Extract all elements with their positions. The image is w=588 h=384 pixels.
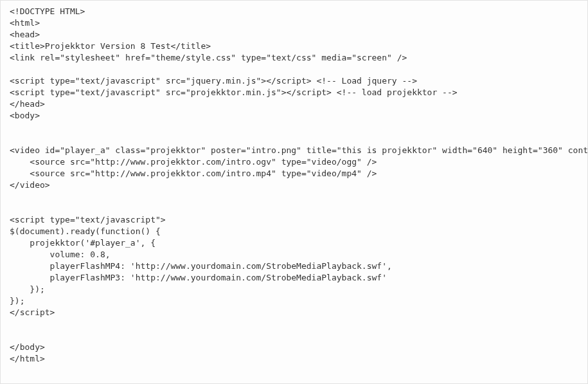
code-line xyxy=(10,330,578,342)
code-line: <title>Projekktor Version 8 Test</title> xyxy=(10,41,578,52)
code-line xyxy=(10,191,578,203)
code-line: <head> xyxy=(10,29,578,41)
code-line: playerFlashMP4: 'http://www.yourdomain.c… xyxy=(10,261,578,272)
code-line: projekktor('#player_a', { xyxy=(10,237,578,249)
code-line: <video id="player_a" class="projekktor" … xyxy=(10,145,578,156)
code-line: <source src="http://www.projekktor.com/i… xyxy=(10,156,578,168)
code-line: <source src="http://www.projekktor.com/i… xyxy=(10,168,578,179)
code-line: <link rel="stylesheet" href="theme/style… xyxy=(10,52,578,64)
code-line: <body> xyxy=(10,110,578,122)
code-line: <script type="text/javascript" src="proj… xyxy=(10,87,578,98)
code-line: </html> xyxy=(10,353,578,365)
code-line: <html> xyxy=(10,17,578,29)
code-line xyxy=(10,203,578,214)
code-line: volume: 0.8, xyxy=(10,249,578,261)
code-line xyxy=(10,64,578,75)
code-line: </body> xyxy=(10,342,578,353)
code-line: }); xyxy=(10,295,578,307)
code-line: </video> xyxy=(10,179,578,191)
code-line: $(document).ready(function() { xyxy=(10,226,578,237)
code-line xyxy=(10,133,578,145)
code-block: <!DOCTYPE HTML><html><head><title>Projek… xyxy=(0,0,588,384)
code-line xyxy=(10,122,578,133)
code-line: </script> xyxy=(10,307,578,318)
code-line: }); xyxy=(10,284,578,295)
code-line: <script type="text/javascript"> xyxy=(10,214,578,226)
code-line: <!DOCTYPE HTML> xyxy=(10,6,578,17)
code-line xyxy=(10,318,578,330)
code-line: </head> xyxy=(10,98,578,110)
code-line: playerFlashMP3: 'http://www.yourdomain.c… xyxy=(10,272,578,284)
code-line: <script type="text/javascript" src="jque… xyxy=(10,75,578,87)
